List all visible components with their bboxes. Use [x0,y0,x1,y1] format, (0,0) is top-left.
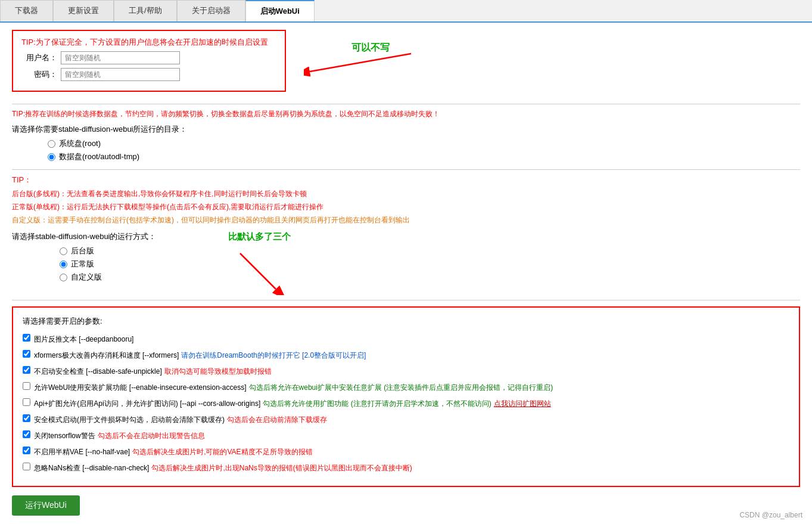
tip3-label: TIP： [12,175,800,185]
param-note-5: 勾选后会在启动前清除下载缓存 [227,415,327,425]
run-mode-bg-row[interactable]: 后台版 [60,246,157,256]
mode-desc-custom: 自定义版：运需要手动在控制台运行(包括学术加速)，但可以同时操作启动器的功能且关… [12,215,800,225]
run-webui-button[interactable]: 运行WebUi [12,495,80,516]
param-check-4[interactable] [23,398,30,406]
username-row: 用户名： [21,51,276,64]
param-check-7[interactable] [23,447,30,454]
divider1 [12,104,800,104]
param-label-6: 关闭tensorflow警告 [34,431,95,441]
param-row-6: 关闭tensorflow警告 勾选后不会在启动时出现警告信息 [23,429,789,441]
tip2: TIP:推荐在训练的时候选择数据盘，节约空间，请勿频繁切换，切换全数据盘后尽量别… [12,109,800,119]
watermark: CSDN @zou_albert [739,511,802,519]
username-label: 用户名： [21,52,57,63]
right-note2-area: 比默认多了三个 [228,231,335,295]
run-mode-bg-radio[interactable] [60,247,67,255]
tab-downloader[interactable]: 下载器 [0,0,53,21]
run-section: 运行WebUi [12,495,800,516]
username-input[interactable] [61,51,180,64]
tip1-box: TIP:为了保证完全，下方设置的用户信息将会在开启加速的时候自启设置 用户名： … [12,30,286,92]
param-label-0: 图片反推文本 [--deepdanbooru] [34,334,133,345]
right-note1: 可以不写 [351,42,390,54]
run-mode-normal-row[interactable]: 正常版 [60,259,157,269]
params-box: 请选择需要开启的参数: 图片反推文本 [--deepdanbooru] xfor… [12,306,800,487]
dir-radio-root[interactable]: 系统盘(root) [48,138,800,149]
run-mode-group: 请选择stable-diffusion-webui的运行方式： 后台版 正常版 … [12,231,157,285]
param-check-8[interactable] [23,463,30,470]
param-label-2: 不启动安全检查 [--disable-safe-unpickle] [34,367,162,377]
param-check-5[interactable] [23,414,30,422]
param-label-1: xformers极大改善内存消耗和速度 [--xformers] [34,351,179,361]
param-label-5: 安全模式启动(用于文件损坏时勾选，启动前会清除下载缓存) [34,415,225,425]
right-note2: 比默认多了三个 [228,231,291,243]
param-note-2: 取消勾选可能导致模型加载时报错 [164,367,272,377]
param-row-3: 允许WebUI使用安装扩展功能 [--enable-insecure-exten… [23,381,789,393]
dir-radio-root-input[interactable] [48,140,55,148]
password-input[interactable] [61,68,180,81]
tab-update[interactable]: 更新设置 [53,0,114,21]
param-label-4: Api+扩图允许(启用Api访问，并允许扩图访问) [--api --cors-… [34,399,260,409]
run-mode-custom-radio[interactable] [60,274,67,281]
main-content: TIP:为了保证完全，下方设置的用户信息将会在开启加速的时候自启设置 用户名： … [0,23,812,524]
param-check-3[interactable] [23,382,30,390]
divider3 [12,300,800,300]
mode-desc-bg: 后台版(多线程)：无法查看各类进度输出,导致你会怀疑程序卡住,同时运行时间长后会… [12,189,800,199]
svg-line-1 [310,54,411,72]
param-note-8: 勾选后解决生成图片时,出现NaNs导致的报错(错误图片以黑图出现而不会直接中断) [151,463,412,473]
tip1-text: TIP:为了保证完全，下方设置的用户信息将会在开启加速的时候自启设置 [21,37,276,48]
param-label-7: 不启用半精VAE [--no-half-vae] [34,447,130,457]
run-mode-custom-row[interactable]: 自定义版 [60,272,157,283]
mode-desc-normal: 正常版(单线程)：运行后无法执行下载模型等操作(点击后不会有反应),需要取消运行… [12,202,800,212]
dir-label: 请选择你需要stable-diffusion-webui所运行的目录： [12,124,800,135]
param-row-2: 不启动安全检查 [--disable-safe-unpickle] 取消勾选可能… [23,365,789,377]
arrow-area: 可以不写 [304,48,423,85]
run-mode-section: 请选择stable-diffusion-webui的运行方式： 后台版 正常版 … [12,231,800,295]
param-note-4: 勾选后将允许使用扩图功能 (注意打开请勿开启学术加速，不然不能访问) [263,399,491,409]
run-mode-normal-label: 正常版 [71,259,94,269]
param-row-8: 忽略NaNs检查 [--disable-nan-check] 勾选后解决生成图片… [23,461,789,473]
tab-webui[interactable]: 启动WebUi [245,0,315,21]
param-row-5: 安全模式启动(用于文件损坏时勾选，启动前会清除下载缓存) 勾选后会在启动前清除下… [23,413,789,425]
params-title: 请选择需要开启的参数: [23,316,789,327]
run-mode-normal-radio[interactable] [60,261,67,268]
tab-about[interactable]: 关于启动器 [177,0,245,21]
param-row-0: 图片反推文本 [--deepdanbooru] [23,333,789,345]
param-note-6: 勾选后不会在启动时出现警告信息 [98,431,205,441]
param-check-1[interactable] [23,350,30,358]
divider2 [12,169,800,170]
dir-radio-autodl-label: 数据盘(root/autodl-tmp) [59,151,139,162]
arrow2-icon [228,247,335,295]
param-note-3: 勾选后将允许在webui扩展中安装任意扩展 (注意安装插件后点重启并应用会报错，… [249,383,553,393]
param-row-7: 不启用半精VAE [--no-half-vae] 勾选后解决生成图片时,可能的V… [23,445,789,457]
param-note-7: 勾选后解决生成图片时,可能的VAE精度不足所导致的报错 [132,447,312,457]
dir-radio-root-label: 系统盘(root) [59,138,101,149]
run-mode-custom-label: 自定义版 [71,272,102,283]
param-check-6[interactable] [23,430,30,438]
svg-line-3 [240,253,276,289]
run-mode-bg-label: 后台版 [71,246,94,256]
param-note-1: 请勿在训练DreamBooth的时候打开它 [2.0整合版可以开启] [181,351,366,361]
top-section: TIP:为了保证完全，下方设置的用户信息将会在开启加速的时候自启设置 用户名： … [12,30,800,98]
param-label-3: 允许WebUI使用安装扩展功能 [--enable-insecure-exten… [34,383,247,393]
password-row: 密码： [21,68,276,81]
run-mode-label: 请选择stable-diffusion-webui的运行方式： [12,231,157,242]
dir-radio-autodl[interactable]: 数据盘(root/autodl-tmp) [48,151,800,162]
param-row-1: xformers极大改善内存消耗和速度 [--xformers] 请勿在训练Dr… [23,349,789,361]
param-check-0[interactable] [23,334,30,342]
param-row-4: Api+扩图允许(启用Api访问，并允许扩图访问) [--api --cors-… [23,397,789,409]
param-link-4[interactable]: 点我访问扩图网站 [494,399,551,409]
param-label-8: 忽略NaNs检查 [--disable-nan-check] [34,463,149,473]
tab-tools[interactable]: 工具/帮助 [114,0,177,21]
dir-select: 请选择你需要stable-diffusion-webui所运行的目录： 系统盘(… [12,124,800,162]
param-check-2[interactable] [23,366,30,374]
tab-bar: 下载器 更新设置 工具/帮助 关于启动器 启动WebUi [0,0,812,23]
password-label: 密码： [21,69,57,80]
dir-radio-autodl-input[interactable] [48,153,55,161]
